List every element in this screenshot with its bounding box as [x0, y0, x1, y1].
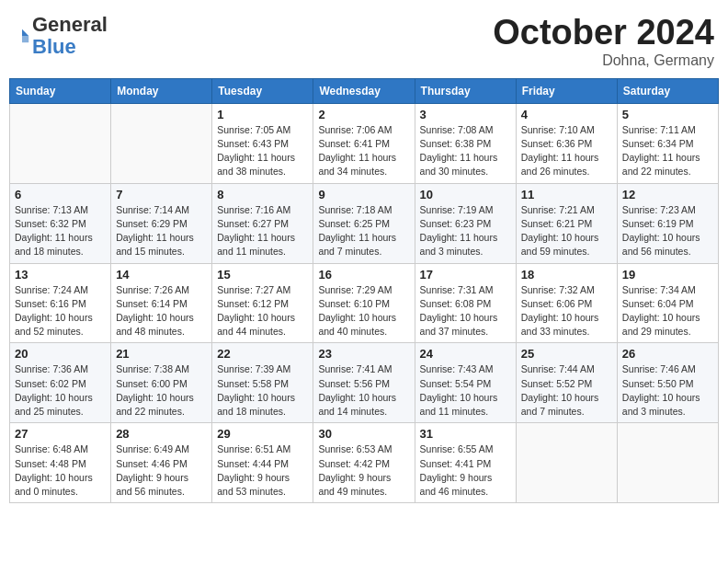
day-number: 3 — [420, 108, 511, 121]
calendar-cell: 26Sunrise: 7:46 AMSunset: 5:50 PMDayligh… — [617, 343, 718, 423]
calendar-cell: 10Sunrise: 7:19 AMSunset: 6:23 PMDayligh… — [415, 183, 516, 263]
calendar-cell: 8Sunrise: 7:16 AMSunset: 6:27 PMDaylight… — [212, 183, 313, 263]
day-number: 12 — [622, 188, 713, 201]
day-detail: Sunrise: 7:06 AMSunset: 6:41 PMDaylight:… — [318, 123, 409, 179]
day-number: 19 — [622, 268, 713, 282]
day-number: 20 — [15, 347, 106, 361]
day-number: 2 — [318, 108, 409, 121]
day-number: 22 — [217, 347, 308, 361]
day-detail: Sunrise: 6:53 AMSunset: 4:42 PMDaylight:… — [318, 442, 409, 499]
day-detail: Sunrise: 7:27 AMSunset: 6:12 PMDaylight:… — [217, 283, 308, 339]
calendar-cell: 30Sunrise: 6:53 AMSunset: 4:42 PMDayligh… — [313, 423, 415, 503]
logo-general-text: General — [32, 14, 108, 36]
day-number: 9 — [318, 188, 409, 201]
day-number: 11 — [521, 188, 612, 201]
day-number: 29 — [217, 427, 308, 441]
svg-marker-1 — [22, 36, 28, 42]
day-detail: Sunrise: 7:18 AMSunset: 6:25 PMDaylight:… — [318, 203, 409, 259]
calendar-cell: 31Sunrise: 6:55 AMSunset: 4:41 PMDayligh… — [415, 423, 516, 503]
page-header: General Blue October 2024 Dohna, Germany — [9, 9, 719, 69]
calendar-cell: 6Sunrise: 7:13 AMSunset: 6:32 PMDaylight… — [10, 183, 111, 263]
day-detail: Sunrise: 7:32 AMSunset: 6:06 PMDaylight:… — [521, 283, 612, 339]
day-number: 16 — [318, 268, 409, 282]
day-detail: Sunrise: 7:13 AMSunset: 6:32 PMDaylight:… — [15, 203, 106, 259]
day-number: 30 — [318, 427, 409, 441]
calendar-cell: 3Sunrise: 7:08 AMSunset: 6:38 PMDaylight… — [415, 103, 516, 183]
calendar-cell: 27Sunrise: 6:48 AMSunset: 4:48 PMDayligh… — [10, 423, 111, 503]
weekday-header-monday: Monday — [111, 78, 212, 103]
calendar-cell: 14Sunrise: 7:26 AMSunset: 6:14 PMDayligh… — [111, 263, 212, 343]
calendar-cell: 7Sunrise: 7:14 AMSunset: 6:29 PMDaylight… — [111, 183, 212, 263]
calendar-cell: 22Sunrise: 7:39 AMSunset: 5:58 PMDayligh… — [212, 343, 313, 423]
calendar-cell: 11Sunrise: 7:21 AMSunset: 6:21 PMDayligh… — [516, 183, 617, 263]
calendar-cell: 24Sunrise: 7:43 AMSunset: 5:54 PMDayligh… — [415, 343, 516, 423]
day-detail: Sunrise: 7:21 AMSunset: 6:21 PMDaylight:… — [521, 203, 612, 259]
calendar-cell: 29Sunrise: 6:51 AMSunset: 4:44 PMDayligh… — [212, 423, 313, 503]
calendar-cell: 12Sunrise: 7:23 AMSunset: 6:19 PMDayligh… — [617, 183, 718, 263]
month-title: October 2024 — [493, 14, 714, 52]
day-number: 5 — [622, 108, 713, 121]
day-detail: Sunrise: 7:38 AMSunset: 6:00 PMDaylight:… — [116, 362, 207, 419]
day-number: 18 — [521, 268, 612, 282]
calendar-cell — [111, 103, 212, 183]
calendar-cell: 18Sunrise: 7:32 AMSunset: 6:06 PMDayligh… — [516, 263, 617, 343]
calendar-cell: 2Sunrise: 7:06 AMSunset: 6:41 PMDaylight… — [313, 103, 415, 183]
calendar-cell — [617, 423, 718, 503]
calendar-cell — [10, 103, 111, 183]
logo: General Blue — [14, 14, 108, 58]
calendar-cell — [516, 423, 617, 503]
day-detail: Sunrise: 7:43 AMSunset: 5:54 PMDaylight:… — [420, 362, 511, 419]
weekday-header-tuesday: Tuesday — [212, 78, 313, 103]
weekday-header-wednesday: Wednesday — [313, 78, 415, 103]
day-detail: Sunrise: 7:39 AMSunset: 5:58 PMDaylight:… — [217, 362, 308, 419]
day-number: 14 — [116, 268, 207, 282]
calendar-cell: 25Sunrise: 7:44 AMSunset: 5:52 PMDayligh… — [516, 343, 617, 423]
day-detail: Sunrise: 7:29 AMSunset: 6:10 PMDaylight:… — [318, 283, 409, 339]
day-number: 13 — [15, 268, 106, 282]
calendar-cell: 5Sunrise: 7:11 AMSunset: 6:34 PMDaylight… — [617, 103, 718, 183]
day-detail: Sunrise: 7:05 AMSunset: 6:43 PMDaylight:… — [217, 123, 308, 179]
day-detail: Sunrise: 6:48 AMSunset: 4:48 PMDaylight:… — [15, 442, 106, 499]
day-number: 1 — [217, 108, 308, 121]
day-number: 25 — [521, 347, 612, 361]
logo-blue-text: Blue — [32, 36, 108, 58]
calendar-week-row: 13Sunrise: 7:24 AMSunset: 6:16 PMDayligh… — [10, 263, 719, 343]
calendar-cell: 13Sunrise: 7:24 AMSunset: 6:16 PMDayligh… — [10, 263, 111, 343]
day-detail: Sunrise: 7:44 AMSunset: 5:52 PMDaylight:… — [521, 362, 612, 419]
calendar-cell: 15Sunrise: 7:27 AMSunset: 6:12 PMDayligh… — [212, 263, 313, 343]
day-number: 7 — [116, 188, 207, 201]
svg-marker-0 — [22, 29, 28, 36]
weekday-header-saturday: Saturday — [617, 78, 718, 103]
calendar-cell: 9Sunrise: 7:18 AMSunset: 6:25 PMDaylight… — [313, 183, 415, 263]
day-detail: Sunrise: 6:55 AMSunset: 4:41 PMDaylight:… — [420, 442, 511, 499]
title-area: October 2024 Dohna, Germany — [493, 14, 714, 69]
day-detail: Sunrise: 7:08 AMSunset: 6:38 PMDaylight:… — [420, 123, 511, 179]
day-number: 17 — [420, 268, 511, 282]
weekday-header-thursday: Thursday — [415, 78, 516, 103]
day-detail: Sunrise: 6:51 AMSunset: 4:44 PMDaylight:… — [217, 442, 308, 499]
calendar-cell: 20Sunrise: 7:36 AMSunset: 6:02 PMDayligh… — [10, 343, 111, 423]
day-detail: Sunrise: 7:11 AMSunset: 6:34 PMDaylight:… — [622, 123, 713, 179]
day-number: 24 — [420, 347, 511, 361]
day-detail: Sunrise: 7:19 AMSunset: 6:23 PMDaylight:… — [420, 203, 511, 259]
calendar-week-row: 6Sunrise: 7:13 AMSunset: 6:32 PMDaylight… — [10, 183, 719, 263]
day-detail: Sunrise: 7:10 AMSunset: 6:36 PMDaylight:… — [521, 123, 612, 179]
day-number: 6 — [15, 188, 106, 201]
day-number: 26 — [622, 347, 713, 361]
day-number: 28 — [116, 427, 207, 441]
weekday-header-row: SundayMondayTuesdayWednesdayThursdayFrid… — [10, 78, 719, 103]
calendar-week-row: 1Sunrise: 7:05 AMSunset: 6:43 PMDaylight… — [10, 103, 719, 183]
location-subtitle: Dohna, Germany — [493, 52, 714, 69]
calendar-cell: 19Sunrise: 7:34 AMSunset: 6:04 PMDayligh… — [617, 263, 718, 343]
day-detail: Sunrise: 7:36 AMSunset: 6:02 PMDaylight:… — [15, 362, 106, 419]
calendar-cell: 16Sunrise: 7:29 AMSunset: 6:10 PMDayligh… — [313, 263, 415, 343]
day-detail: Sunrise: 7:41 AMSunset: 5:56 PMDaylight:… — [318, 362, 409, 419]
day-number: 21 — [116, 347, 207, 361]
logo-icon — [14, 28, 30, 44]
day-number: 23 — [318, 347, 409, 361]
calendar-body: 1Sunrise: 7:05 AMSunset: 6:43 PMDaylight… — [10, 103, 719, 502]
day-number: 10 — [420, 188, 511, 201]
calendar-cell: 21Sunrise: 7:38 AMSunset: 6:00 PMDayligh… — [111, 343, 212, 423]
day-detail: Sunrise: 7:23 AMSunset: 6:19 PMDaylight:… — [622, 203, 713, 259]
calendar-cell: 28Sunrise: 6:49 AMSunset: 4:46 PMDayligh… — [111, 423, 212, 503]
